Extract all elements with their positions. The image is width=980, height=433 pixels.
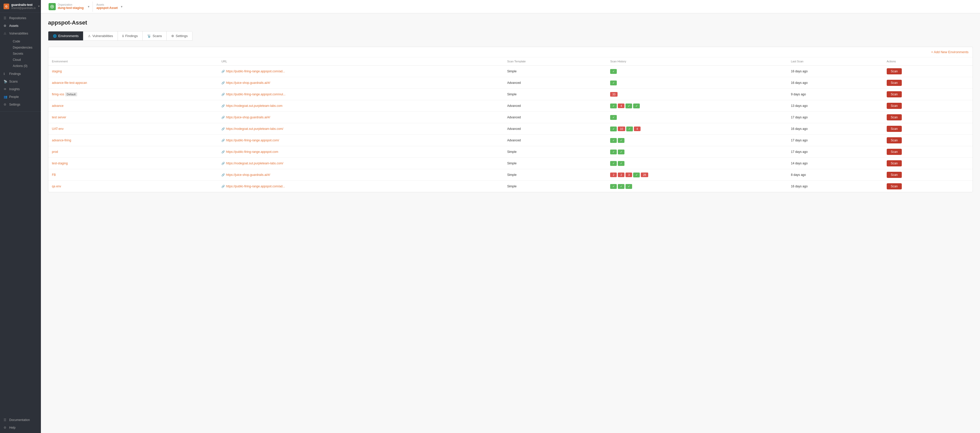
scan-history-badges: ✓✓✓ <box>610 184 784 189</box>
scan-history-badge: ✓ <box>610 115 617 120</box>
scans-icon: 📡 <box>3 80 7 83</box>
env-name-link[interactable]: test server <box>52 116 66 119</box>
table-body: staging🔗 https://public-firing-range.app… <box>48 66 973 192</box>
scan-button[interactable]: Scan <box>887 114 902 120</box>
env-name-link[interactable]: prod <box>52 150 58 154</box>
scan-button[interactable]: Scan <box>887 80 902 86</box>
url-link[interactable]: 🔗 https://nodegoat.sut.purpleteam-labs.c… <box>221 162 500 165</box>
tab-settings[interactable]: ⚙ Settings <box>167 32 192 40</box>
sidebar-item-findings[interactable]: ℹ Findings <box>0 70 41 78</box>
tab-vulnerabilities-label: Vulnerabilities <box>92 34 113 38</box>
scan-history-cell: ✓10✓4 <box>606 123 787 135</box>
sidebar-item-help[interactable]: ⚙ Help <box>0 424 41 431</box>
env-name-link[interactable]: staging <box>52 70 62 73</box>
scan-history-badge: ✓ <box>618 184 624 189</box>
environments-table-container: + Add New Environments Environment URL S… <box>48 47 973 192</box>
content-area: appspot-Asset 🌐 Environments ⚠ Vulnerabi… <box>41 13 980 433</box>
asset-selector[interactable]: Assets appspot-Asset ▼ <box>94 2 126 11</box>
scan-history-cell: ✓ <box>606 66 787 77</box>
org-selector[interactable]: Organization dung-test-staging ▼ <box>46 2 93 12</box>
findings-icon: ℹ <box>3 72 7 76</box>
template-cell: Simple <box>504 158 606 169</box>
sidebar-item-dependencies[interactable]: Dependencies <box>9 45 41 51</box>
env-tag: Default <box>65 92 77 96</box>
env-name-link[interactable]: advance-firing <box>52 138 71 142</box>
tab-scans[interactable]: 📡 Scans <box>143 32 167 40</box>
template-cell: Simple <box>504 169 606 181</box>
sidebar-item-scans[interactable]: 📡 Scans <box>0 78 41 85</box>
url-link[interactable]: 🔗 https://public-firing-range.appspot.co… <box>221 92 500 96</box>
env-name-link[interactable]: qa env <box>52 185 61 188</box>
scan-history-cell: ✓ <box>606 112 787 123</box>
sidebar-item-assets[interactable]: ⚙ Assets <box>0 22 41 30</box>
env-name-link[interactable]: FB <box>52 173 56 177</box>
last-scan-cell: 9 days ago <box>787 89 883 100</box>
env-name-link[interactable]: UAT-env <box>52 127 64 131</box>
env-name-link[interactable]: test-staging <box>52 162 68 165</box>
scan-button[interactable]: Scan <box>887 126 902 132</box>
last-scan-cell: 17 days ago <box>787 135 883 146</box>
tab-vulnerabilities[interactable]: ⚠ Vulnerabilities <box>83 32 118 40</box>
repo-icon: ☰ <box>3 16 7 20</box>
sidebar-item-cloud[interactable]: Cloud <box>9 57 41 63</box>
url-cell: 🔗 https://public-firing-range.appspot.co… <box>218 135 504 146</box>
tab-environments-label: Environments <box>58 34 78 38</box>
scan-history-badge: ✓ <box>625 184 632 189</box>
col-scan-template: Scan Template <box>504 57 606 66</box>
url-link[interactable]: 🔗 https://public-firing-range.appspot.co… <box>221 70 500 73</box>
scan-history-badge: ✓ <box>610 81 617 85</box>
scan-button[interactable]: Scan <box>887 160 902 166</box>
scan-history-badges: ✓ <box>610 81 784 85</box>
settings-tab-icon: ⚙ <box>171 34 174 38</box>
sidebar-item-insights[interactable]: 👁 Insights <box>0 85 41 93</box>
tab-environments[interactable]: 🌐 Environments <box>48 32 83 40</box>
org-name: dung-test-staging <box>58 6 84 10</box>
col-scan-history: Scan History <box>606 57 787 66</box>
scan-button[interactable]: Scan <box>887 68 902 74</box>
url-link[interactable]: 🔗 https://juice-shop.guardrails.ai/#/ <box>221 116 500 119</box>
scan-button[interactable]: Scan <box>887 137 902 143</box>
url-link[interactable]: 🔗 https://juice-shop.guardrails.ai/#/ <box>221 81 500 84</box>
url-link[interactable]: 🔗 https://public-firing-range.appspot.co… <box>221 150 500 154</box>
scan-button[interactable]: Scan <box>887 103 902 109</box>
asset-name: appspot-Asset <box>96 6 118 10</box>
sidebar-item-code[interactable]: Code <box>9 38 41 45</box>
sidebar-item-actions[interactable]: Actions (0) <box>9 63 41 69</box>
template-cell: Advanced <box>504 123 606 135</box>
url-link[interactable]: 🔗 https://public-firing-range.appspot.co… <box>221 185 500 188</box>
action-cell: Scan <box>883 158 973 169</box>
env-name-link[interactable]: firing-xss <box>52 92 64 96</box>
sidebar-item-people[interactable]: 👥 People <box>0 93 41 101</box>
last-scan-cell: 13 days ago <box>787 100 883 112</box>
sidebar-item-repositories[interactable]: ☰ Repositories <box>0 14 41 22</box>
asset-label: Assets <box>96 3 118 6</box>
env-name-link[interactable]: advance <box>52 104 64 108</box>
env-name-link[interactable]: advance-file-test-appscan <box>52 81 87 84</box>
url-cell: 🔗 https://public-firing-range.appspot.co… <box>218 66 504 77</box>
tab-findings-label: Findings <box>125 34 138 38</box>
template-cell: Simple <box>504 89 606 100</box>
sidebar-logo[interactable]: G guardrails-test shared@guardrails.io ▼ <box>0 0 41 13</box>
url-link[interactable]: 🔗 https://nodegoat.sut.purpleteam-labs.c… <box>221 127 500 131</box>
last-scan-cell: 16 days ago <box>787 66 883 77</box>
tab-findings[interactable]: ℹ Findings <box>118 32 143 40</box>
env-cell: advance-firing <box>48 135 218 146</box>
sidebar-item-vulnerabilities[interactable]: ⚠ Vulnerabilities <box>0 30 41 37</box>
url-link[interactable]: 🔗 https://nodegoat.sut.purpleteam-labs.c… <box>221 104 500 108</box>
sidebar-item-secrets[interactable]: Secrets <box>9 51 41 57</box>
url-link[interactable]: 🔗 https://juice-shop.guardrails.ai/#/ <box>221 173 500 177</box>
scan-history-badge: ✓ <box>610 150 617 154</box>
link-icon: 🔗 <box>221 162 225 165</box>
scan-button[interactable]: Scan <box>887 183 902 189</box>
scan-button[interactable]: Scan <box>887 149 902 155</box>
url-link[interactable]: 🔗 https://public-firing-range.appspot.co… <box>221 138 500 142</box>
sidebar-item-settings[interactable]: ⚙ Settings <box>0 101 41 108</box>
url-cell: 🔗 https://public-firing-range.appspot.co… <box>218 181 504 192</box>
scan-button[interactable]: Scan <box>887 172 902 178</box>
add-new-environments-button[interactable]: + Add New Environments <box>931 50 969 54</box>
scan-button[interactable]: Scan <box>887 91 902 97</box>
scan-history-badge: ✓ <box>626 127 633 131</box>
sidebar-label-repositories: Repositories <box>9 16 26 20</box>
sidebar-item-documentation[interactable]: ☰ Documentation <box>0 416 41 424</box>
scan-history-cell: 33 <box>606 89 787 100</box>
